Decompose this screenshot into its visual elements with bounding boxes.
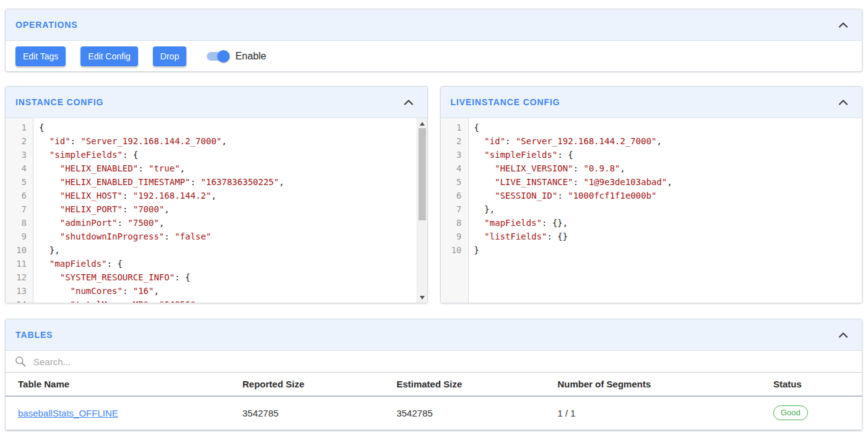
column-header-number-of-segments[interactable]: Number of Segments bbox=[547, 373, 763, 396]
operations-panel: OPERATIONS Edit Tags Edit Config Drop En… bbox=[5, 9, 862, 72]
drop-button[interactable]: Drop bbox=[153, 46, 186, 66]
edit-config-button[interactable]: Edit Config bbox=[80, 46, 137, 66]
tables-table: Table Name Reported Size Estimated Size … bbox=[6, 373, 862, 430]
liveinstance-config-collapse-button[interactable] bbox=[835, 97, 852, 108]
tables-panel: TABLES Table Name Reported Size Esti bbox=[5, 319, 862, 431]
table-header-row: Table Name Reported Size Estimated Size … bbox=[6, 373, 862, 396]
liveinstance-config-code: 1{2 "id": "Server_192.168.144.2_7000",3 … bbox=[441, 118, 862, 257]
edit-tags-button[interactable]: Edit Tags bbox=[15, 46, 66, 66]
tables-collapse-button[interactable] bbox=[835, 329, 852, 340]
instance-config-header: INSTANCE CONFIG bbox=[6, 87, 427, 118]
chevron-up-icon bbox=[404, 98, 414, 107]
config-panels-row: INSTANCE CONFIG 1{2 "id": "Server_192.16… bbox=[5, 86, 862, 303]
liveinstance-config-editor[interactable]: 1{2 "id": "Server_192.168.144.2_7000",3 … bbox=[441, 118, 862, 303]
operations-header: OPERATIONS bbox=[6, 9, 862, 41]
tables-title: TABLES bbox=[15, 330, 53, 340]
column-header-status[interactable]: Status bbox=[763, 373, 862, 396]
tables-header: TABLES bbox=[6, 319, 862, 351]
liveinstance-config-header: LIVEINSTANCE CONFIG bbox=[441, 87, 862, 118]
table-search-row bbox=[6, 351, 862, 373]
status-badge: Good bbox=[773, 405, 808, 420]
operations-title: OPERATIONS bbox=[15, 20, 78, 30]
chevron-up-icon bbox=[838, 20, 848, 30]
column-header-table-name[interactable]: Table Name bbox=[6, 373, 232, 396]
liveinstance-config-panel: LIVEINSTANCE CONFIG 1{2 "id": "Server_19… bbox=[440, 86, 863, 303]
liveinstance-config-title: LIVEINSTANCE CONFIG bbox=[451, 97, 560, 107]
instance-config-panel: INSTANCE CONFIG 1{2 "id": "Server_192.16… bbox=[5, 86, 428, 303]
scrollbar-thumb[interactable] bbox=[419, 128, 426, 220]
instance-config-code: 1{2 "id": "Server_192.168.144.2_7000",3 … bbox=[6, 118, 427, 303]
table-name-link[interactable]: baseballStats_OFFLINE bbox=[18, 408, 118, 418]
instance-config-collapse-button[interactable] bbox=[400, 97, 417, 108]
column-header-reported-size[interactable]: Reported Size bbox=[232, 373, 386, 396]
instance-details-page: OPERATIONS Edit Tags Edit Config Drop En… bbox=[0, 0, 868, 432]
chevron-up-icon bbox=[838, 98, 848, 107]
estimated-size-cell: 3542785 bbox=[386, 396, 547, 430]
toggle-thumb bbox=[217, 50, 230, 63]
column-header-estimated-size[interactable]: Estimated Size bbox=[386, 373, 547, 396]
editor-scrollbar[interactable] bbox=[417, 118, 427, 303]
scroll-up-arrow[interactable] bbox=[417, 119, 427, 128]
search-icon bbox=[14, 355, 27, 368]
operations-collapse-button[interactable] bbox=[835, 19, 852, 30]
table-row: baseballStats_OFFLINE 3542785 3542785 1 … bbox=[6, 396, 862, 430]
operations-body: Edit Tags Edit Config Drop Enable bbox=[6, 41, 862, 71]
chevron-up-icon bbox=[838, 330, 848, 340]
instance-config-editor[interactable]: 1{2 "id": "Server_192.168.144.2_7000",3 … bbox=[6, 118, 427, 303]
search-input[interactable] bbox=[33, 356, 853, 367]
enable-toggle-label: Enable bbox=[235, 51, 266, 62]
segments-cell: 1 / 1 bbox=[547, 396, 763, 430]
reported-size-cell: 3542785 bbox=[232, 396, 386, 430]
instance-config-title: INSTANCE CONFIG bbox=[15, 97, 103, 107]
scroll-down-arrow[interactable] bbox=[417, 293, 427, 302]
enable-toggle[interactable] bbox=[205, 49, 230, 64]
